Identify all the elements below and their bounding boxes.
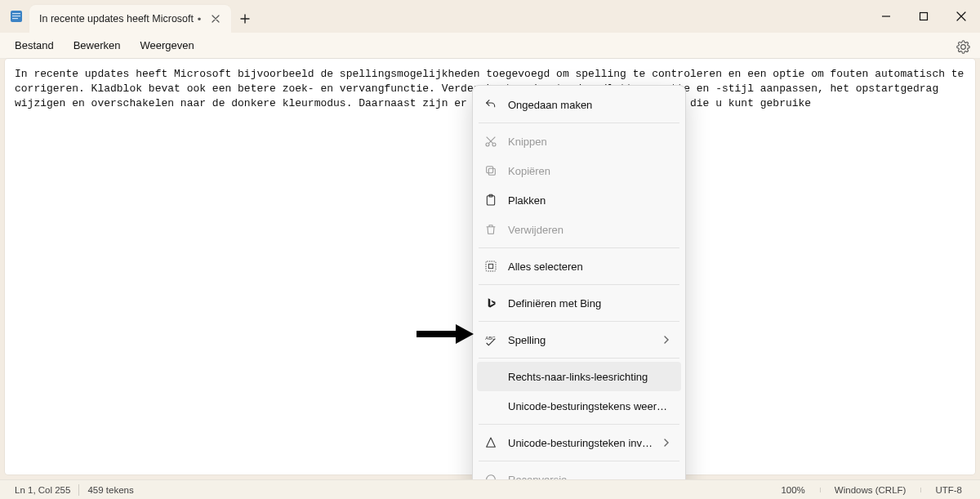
cm-select-all[interactable]: Alles selecteren — [477, 252, 681, 281]
cm-separator — [479, 461, 679, 461]
cm-label: Unicode-besturingstekens weergeven — [508, 400, 673, 412]
spelling-icon: ABC — [483, 332, 498, 347]
menu-view[interactable]: Weergeven — [131, 36, 204, 55]
cm-rtl-reading[interactable]: Rechts-naar-links-leesrichting — [477, 362, 681, 391]
cm-separator — [479, 358, 679, 359]
undo-icon — [483, 97, 498, 112]
tab-title: In recente updates heeft Microsoft — [39, 13, 194, 25]
cm-label: Unicode-besturingsteken invoegen — [508, 437, 653, 449]
svg-rect-12 — [488, 264, 492, 268]
menubar: Bestand Bewerken Weergeven — [0, 33, 980, 59]
titlebar: In recente updates heeft Microsoft • — [0, 0, 980, 33]
new-tab-button[interactable] — [231, 5, 259, 33]
blank-icon — [483, 399, 498, 413]
status-encoding[interactable]: UTF-8 — [920, 485, 977, 495]
cm-cut[interactable]: Knippen — [477, 127, 681, 156]
svg-rect-1 — [12, 13, 20, 14]
cm-show-unicode-ctrl[interactable]: Unicode-besturingstekens weergeven — [477, 391, 681, 421]
tab-dirty-indicator: • — [194, 14, 205, 25]
cm-separator — [479, 284, 679, 285]
svg-rect-4 — [920, 13, 928, 20]
cut-icon — [483, 134, 498, 149]
cm-copy[interactable]: Kopiëren — [477, 156, 681, 185]
svg-rect-8 — [487, 167, 493, 173]
close-button[interactable] — [942, 0, 980, 33]
cm-separator — [479, 247, 679, 248]
select-all-icon — [483, 259, 498, 274]
tab-close-icon[interactable] — [208, 11, 223, 26]
cm-separator — [479, 123, 679, 123]
svg-rect-3 — [12, 18, 18, 19]
chevron-right-icon — [663, 439, 673, 447]
cm-define-bing[interactable]: Definiëren met Bing — [477, 288, 681, 318]
delete-icon — [483, 222, 498, 237]
status-char-count: 459 tekens — [87, 485, 133, 495]
insert-unicode-icon — [483, 435, 498, 450]
tabstrip: In recente updates heeft Microsoft • — [0, 0, 259, 33]
menu-file[interactable]: Bestand — [5, 36, 64, 55]
status-zoom[interactable]: 100% — [766, 485, 819, 495]
cm-delete[interactable]: Verwijderen — [477, 215, 681, 244]
cm-undo[interactable]: Ongedaan maken — [477, 90, 681, 119]
svg-rect-11 — [486, 261, 496, 271]
bing-icon — [483, 296, 498, 310]
cm-label: Spelling — [508, 334, 653, 346]
cm-label: Definiëren met Bing — [508, 297, 673, 310]
document-tab[interactable]: In recente updates heeft Microsoft • — [29, 5, 231, 33]
status-eol[interactable]: Windows (CRLF) — [820, 485, 921, 495]
chevron-right-icon — [663, 336, 673, 344]
menu-edit[interactable]: Bewerken — [64, 36, 131, 55]
cm-paste[interactable]: Plakken — [477, 185, 681, 215]
cm-label: Ongedaan maken — [508, 99, 673, 111]
cm-label: Rechts-naar-links-leesrichting — [508, 371, 673, 383]
arrow-annotation — [416, 324, 474, 344]
maximize-button[interactable] — [905, 0, 942, 33]
cm-separator — [479, 321, 679, 322]
paste-icon — [483, 193, 498, 207]
cm-insert-unicode-ctrl[interactable]: Unicode-besturingsteken invoegen — [477, 428, 681, 457]
statusbar: Ln 1, Col 255 459 tekens 100% Windows (C… — [0, 479, 980, 499]
settings-button[interactable] — [952, 36, 973, 57]
cm-separator — [479, 424, 679, 425]
cm-label: Kopiëren — [508, 165, 673, 177]
window-controls — [867, 0, 980, 33]
blank-icon — [483, 369, 498, 384]
svg-marker-15 — [456, 324, 474, 344]
gear-icon — [956, 40, 970, 54]
app-icon — [5, 0, 28, 33]
cm-label: Plakken — [508, 194, 673, 207]
cm-spelling[interactable]: ABC Spelling — [477, 325, 681, 354]
status-separator — [78, 484, 79, 496]
svg-rect-2 — [12, 16, 20, 16]
cm-label: Alles selecteren — [508, 261, 673, 273]
copy-icon — [483, 163, 498, 178]
context-menu: Ongedaan maken Knippen Kopiëren Plakken … — [472, 85, 686, 499]
svg-rect-14 — [416, 331, 457, 337]
svg-rect-7 — [488, 168, 495, 175]
cm-label: Verwijderen — [508, 224, 673, 236]
status-position: Ln 1, Col 255 — [15, 485, 70, 495]
cm-label: Knippen — [508, 136, 673, 148]
minimize-button[interactable] — [867, 0, 905, 33]
